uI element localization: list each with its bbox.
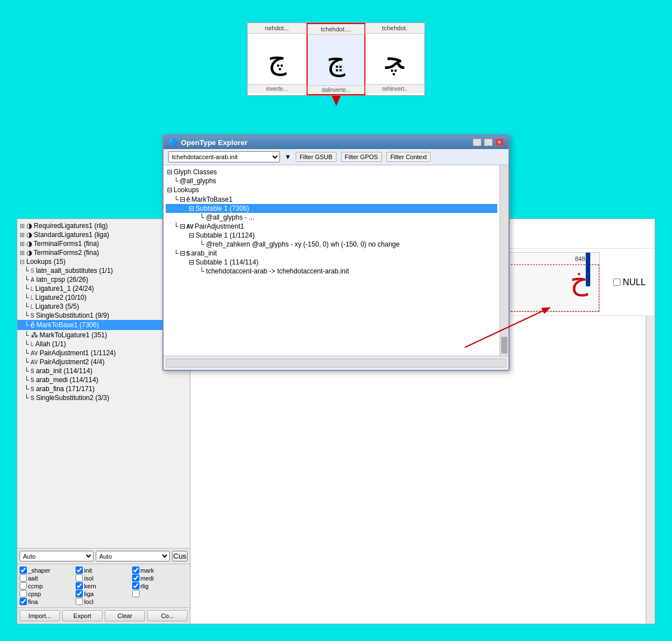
ot-tree-all-glyphs-entry[interactable]: └ @all_glyphs - ... — [166, 213, 497, 222]
mark-base-icon: ê — [186, 195, 190, 203]
glyph-cell-2[interactable]: tchehdot.... ﭾ dalinverte... — [307, 23, 366, 95]
ot-tree-mark-to-base[interactable]: └ ⊟ ê MarkToBase1 — [166, 194, 497, 204]
auto-dropdown-2[interactable]: Auto — [96, 551, 170, 561]
cb-shaper-input[interactable] — [20, 566, 27, 574]
arab-init-label: arab_init — [191, 249, 217, 257]
ot-dialog: 🔷 OpenType Explorer _ □ ✕ tchehdotaccent… — [162, 134, 510, 371]
cb-kern-input[interactable] — [76, 582, 83, 589]
auto-dropdown-1[interactable]: Auto — [20, 551, 94, 561]
cb-isol-input[interactable] — [76, 574, 83, 582]
cb-mark-input[interactable] — [132, 566, 139, 574]
glyph-cell-1-footer: inverte... — [248, 84, 306, 93]
side-scrollbar[interactable] — [646, 316, 655, 624]
tree-item-single-sub2[interactable]: └ S SingleSubstitution2 (3/3) — [17, 393, 190, 402]
ot-tree-glyph-classes[interactable]: ⊟ Glyph Classes — [166, 168, 497, 176]
ot-tree-subtable1[interactable]: ⊟ Subtable 1 (7306) — [166, 204, 497, 213]
lookups-tree-label: Lookups — [174, 186, 199, 194]
tree-indent: └ — [24, 349, 29, 357]
cb-fina: fina — [20, 598, 75, 605]
co-button[interactable]: Co... — [147, 610, 188, 621]
cb-aalt-label: aalt — [28, 575, 38, 582]
tcheh-rule-label: └ tchehdotaccent-arab -> tchehdotaccent-… — [199, 267, 349, 275]
cb-fina-label: fina — [28, 598, 38, 605]
cb-liga-label: liga — [84, 591, 94, 597]
cb-init-input[interactable] — [76, 566, 83, 574]
ot-bottombar — [164, 356, 508, 370]
ot-tree-tcheh-rule[interactable]: └ tchehdotaccent-arab -> tchehdotaccent-… — [166, 267, 497, 276]
cb-cpsp-input[interactable] — [20, 590, 27, 597]
tree-indent: └ — [24, 294, 29, 301]
ot-titlebar-left: 🔷 OpenType Explorer — [168, 138, 248, 147]
export-button[interactable]: Export — [62, 610, 102, 621]
ot-tree-arab-init-subtable[interactable]: ⊟ Subtable 1 (114/114) — [166, 258, 497, 267]
reh-zahkern-label: └ @reh_zahkern @all_glyphs - xy (-150, 0… — [199, 240, 400, 248]
cb-locl-input[interactable] — [76, 598, 83, 605]
cb-liga-input[interactable] — [76, 590, 83, 597]
ot-titlebar: 🔷 OpenType Explorer _ □ ✕ — [164, 136, 508, 149]
l-icon: L — [31, 286, 34, 292]
tree-item-arab-medi[interactable]: └ S arab_medi (114/114) — [17, 375, 190, 384]
cb-isol: isol — [76, 574, 131, 582]
indent — [180, 231, 188, 239]
cb-locl: locl — [76, 598, 131, 605]
minimize-button[interactable]: _ — [473, 138, 482, 146]
tree-item-pair-adj1-label: PairAdjustment1 (1/1124) — [40, 349, 116, 357]
glyph-cell-2-body: ﭾ — [326, 35, 346, 85]
cb-empty-input[interactable] — [132, 590, 139, 597]
indent — [187, 213, 198, 221]
cb-rlig-input[interactable] — [132, 582, 139, 589]
clear-button[interactable]: Clear — [105, 610, 145, 621]
cb-medi-input[interactable] — [132, 574, 139, 582]
ot-tree-pair-subtable[interactable]: ⊟ Subtable 1 (1/1124) — [166, 231, 497, 240]
import-button[interactable]: Import... — [20, 610, 60, 621]
cb-ccmp-input[interactable] — [20, 582, 27, 589]
glyph-cell-1[interactable]: nehdot... ﭺ inverte... — [248, 23, 307, 95]
glyph-cell-1-header: nehdot... — [248, 23, 306, 34]
filter-context-button[interactable]: Filter Context — [386, 152, 431, 162]
expand-icon: ⊟ — [189, 258, 194, 266]
subtable1-label: Subtable 1 (7306) — [195, 205, 249, 212]
maximize-button[interactable]: □ — [484, 138, 493, 146]
tree-indent: └ — [24, 385, 29, 393]
tree-item-std-lig-label: ◑ StandardLigatures1 (liga) — [26, 231, 109, 239]
ot-toolbar: tchehdotaccent-arab.init ▼ Filter GSUB F… — [164, 149, 508, 165]
ot-tree-pair-adj[interactable]: └ ⊟ AV PairAdjustment1 — [166, 222, 497, 231]
ot-hscroll[interactable] — [166, 359, 506, 368]
custom-button[interactable]: Cus — [172, 551, 188, 561]
filter-gsub-button[interactable]: Filter GSUB — [296, 152, 337, 162]
tree-indent: └ — [24, 285, 29, 292]
cb-ccmp: ccmp — [20, 582, 75, 589]
null-checkbox[interactable] — [613, 278, 620, 286]
lookup-select[interactable]: tchehdotaccent-arab.init — [168, 151, 280, 162]
ot-scrollbar[interactable] — [500, 165, 508, 356]
glyph-cell-2-footer: dalinverte... — [308, 85, 365, 94]
close-button[interactable]: ✕ — [495, 138, 504, 146]
sidebar-dropdowns: Auto Auto Cus — [17, 548, 190, 564]
s-icon: S — [31, 386, 35, 392]
expand-icon: ⊟ — [180, 196, 185, 203]
glyph-preview-area: nehdot... ﭺ inverte... tchehdot.... ﭾ da… — [248, 22, 425, 106]
ot-tree-reh-zahkern[interactable]: └ @reh_zahkern @all_glyphs - xy (-150, 0… — [166, 240, 497, 249]
tree-item-req-lig-label: ◑ RequiredLigatures1 (rlig) — [26, 222, 108, 230]
indent — [187, 240, 198, 248]
cb-shaper-label: _shaper — [28, 567, 50, 574]
glyph-cell-3-header: tchehdot. — [366, 23, 424, 34]
down-arrow-icon — [332, 96, 340, 106]
expand-icon: ⊞ — [20, 240, 25, 248]
tree-item-allah-label: Allah (1/1) — [35, 340, 66, 348]
tree-item-arab-fina[interactable]: └ S arab_fina (171/171) — [17, 384, 190, 393]
ot-tree-arab-init[interactable]: └ ⊟ S arab_init — [166, 249, 497, 258]
ot-tree-all-glyphs[interactable]: └ @all_glyphs — [166, 176, 497, 185]
ot-tree-lookups[interactable]: ⊟ Lookups — [166, 185, 497, 194]
expand-icon: ⊞ — [20, 231, 25, 239]
tree-item-single-sub1-label: SingleSubstitution1 (9/9) — [36, 312, 109, 319]
tree-item-arab-fina-label: arab_fina (171/171) — [36, 385, 95, 393]
expand-icon: ⊟ — [167, 168, 172, 176]
glyph-cell-3[interactable]: tchehdot. ﭽ rehinvert.. — [366, 23, 424, 95]
av-icon: AV — [31, 359, 38, 365]
cb-aalt-input[interactable] — [20, 574, 27, 582]
filter-gpos-button[interactable]: Filter GPOS — [341, 152, 382, 162]
cb-fina-input[interactable] — [20, 598, 27, 605]
sidebar-checkboxes: _shaper init mark aalt isol medi — [17, 564, 190, 607]
pair-subtable-label: Subtable 1 (1/1124) — [195, 231, 254, 239]
